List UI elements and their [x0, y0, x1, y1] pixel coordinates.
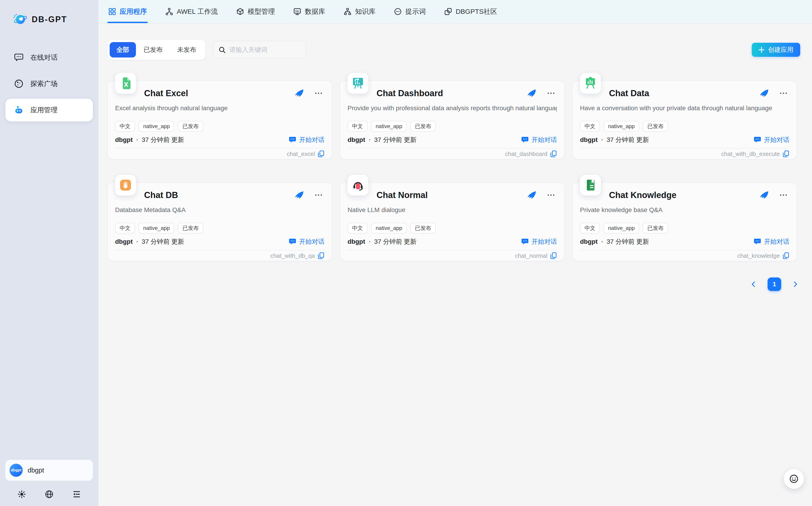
app-icon-tile — [580, 73, 601, 94]
start-chat-link[interactable]: 开始对话 — [754, 136, 789, 144]
create-app-button[interactable]: 创建应用 — [752, 43, 800, 57]
copy-icon[interactable] — [318, 252, 325, 259]
card-meta: dbgpt • 37 分钟前 更新 开始对话 — [348, 135, 557, 144]
tab-label: DBGPTS社区 — [456, 7, 497, 16]
app-card-chat_knowledge[interactable]: Chat Knowledge Private knowledge base Q&… — [572, 182, 797, 261]
theme-sun-icon[interactable] — [17, 490, 26, 499]
tab-database[interactable]: SQL 数据库 — [292, 0, 326, 23]
tab-apps[interactable]: 应用程序 — [108, 0, 148, 23]
card-divider — [115, 250, 325, 250]
tab-prompt[interactable]: 提示词 — [393, 0, 427, 23]
wing-icon[interactable] — [759, 191, 768, 199]
app-icon-tile — [580, 175, 601, 195]
tag-chip: 已发布 — [643, 121, 668, 132]
app-card-chat_with_db_execute[interactable]: Chat Data Have a conversation with your … — [572, 81, 797, 159]
app-card-grid: Chat Excel Excel analysis through natura… — [108, 81, 800, 261]
card-title: Chat DB — [144, 190, 178, 200]
tab-model-management[interactable]: 模型管理 — [235, 0, 276, 23]
tag-chip: 已发布 — [410, 223, 436, 234]
more-icon[interactable] — [547, 92, 555, 95]
dashboard-board-icon — [351, 77, 365, 90]
tag-chip: 中文 — [115, 121, 135, 132]
tag-chip: 中文 — [348, 223, 367, 234]
copy-icon[interactable] — [318, 150, 325, 158]
app-icon-tile — [348, 175, 368, 195]
wing-icon[interactable] — [527, 89, 536, 97]
card-updated: 37 分钟前 更新 — [374, 237, 416, 246]
collapse-sidebar-icon[interactable] — [72, 490, 81, 499]
chat-start-icon — [521, 136, 529, 144]
tag-list: 中文native_app已发布 — [580, 223, 789, 234]
start-chat-link[interactable]: 开始对话 — [289, 237, 325, 246]
start-chat-link[interactable]: 开始对话 — [521, 136, 557, 144]
copy-icon[interactable] — [550, 150, 557, 158]
more-icon[interactable] — [780, 194, 788, 196]
tab-label: 数据库 — [305, 7, 325, 16]
user-chip[interactable]: dbgpt dbgpt — [5, 460, 93, 481]
filter-all[interactable]: 全部 — [110, 42, 136, 58]
tag-list: 中文native_app已发布 — [115, 223, 325, 234]
app-card-chat_excel[interactable]: Chat Excel Excel analysis through natura… — [108, 81, 332, 159]
sidebar-item-online-chat[interactable]: 在线对话 — [5, 46, 93, 69]
card-title: Chat Data — [609, 88, 649, 98]
app-icon-tile — [115, 73, 136, 94]
page-number[interactable]: 1 — [767, 277, 781, 291]
start-chat-link[interactable]: 开始对话 — [521, 237, 557, 246]
tab-awel-workflow[interactable]: AWEL 工作流 — [164, 0, 219, 23]
filter-unpublished[interactable]: 未发布 — [171, 42, 203, 58]
card-description: Excel analysis through natural language — [115, 104, 325, 113]
card-meta: dbgpt • 37 分钟前 更新 开始对话 — [115, 135, 325, 144]
model-icon — [236, 8, 244, 15]
wing-icon[interactable] — [294, 89, 303, 97]
copy-icon[interactable] — [550, 252, 557, 259]
start-chat-label: 开始对话 — [532, 237, 557, 246]
start-chat-link[interactable]: 开始对话 — [289, 136, 325, 144]
card-footer: chat_knowledge — [580, 252, 789, 259]
card-actions — [527, 191, 557, 199]
tag-chip: 已发布 — [178, 121, 203, 132]
tab-knowledge[interactable]: 知识库 — [343, 0, 376, 23]
chat-start-icon — [754, 238, 761, 245]
more-icon[interactable] — [315, 92, 323, 95]
copy-icon[interactable] — [783, 252, 789, 259]
app-card-chat_with_db_qa[interactable]: Chat DB Database Metadata Q&A 中文native_a… — [108, 182, 332, 261]
more-icon[interactable] — [315, 194, 323, 196]
scene-label: chat_with_db_qa — [270, 252, 315, 259]
card-header: Chat DB — [115, 189, 325, 201]
chevron-left-icon[interactable] — [750, 281, 757, 287]
card-header: Chat Knowledge — [580, 189, 789, 201]
start-chat-link[interactable]: 开始对话 — [754, 237, 789, 246]
sidebar-item-explore[interactable]: 探索广场 — [5, 72, 93, 95]
card-meta: dbgpt • 37 分钟前 更新 开始对话 — [580, 237, 789, 246]
filter-segmented-control: 全部已发布未发布 — [108, 40, 205, 60]
more-icon[interactable] — [547, 194, 555, 196]
tag-chip: 中文 — [580, 121, 600, 132]
wing-icon[interactable] — [759, 89, 768, 97]
card-title: Chat Knowledge — [609, 190, 677, 200]
meta-separator: • — [369, 137, 370, 143]
sidebar-item-label: 应用管理 — [30, 105, 58, 115]
card-divider — [580, 250, 789, 250]
filter-published[interactable]: 已发布 — [137, 42, 170, 58]
app-card-chat_dashboard[interactable]: Chat Dashboard Provide you with professi… — [340, 81, 564, 159]
wing-icon[interactable] — [294, 191, 303, 199]
search-input[interactable] — [229, 46, 311, 54]
card-updated: 37 分钟前 更新 — [607, 136, 649, 144]
feedback-fab-button[interactable] — [784, 469, 804, 489]
tag-chip: 已发布 — [643, 223, 668, 234]
tag-chip: native_app — [604, 121, 639, 132]
language-globe-icon[interactable] — [45, 490, 54, 499]
card-actions — [759, 191, 789, 199]
sidebar-item-app-management[interactable]: 应用管理 — [5, 99, 93, 121]
card-owner: dbgpt — [580, 238, 598, 245]
logo-text: DB-GPT — [32, 15, 67, 24]
chevron-right-icon[interactable] — [792, 281, 798, 287]
tab-label: 提示词 — [405, 7, 426, 16]
tab-dbgpts-community[interactable]: DBGPTS社区 — [444, 0, 498, 23]
app-card-chat_normal[interactable]: Chat Normal Native LLM dialogue 中文native… — [340, 182, 564, 261]
chat-start-icon — [289, 136, 296, 144]
copy-icon[interactable] — [783, 150, 789, 158]
wing-icon[interactable] — [527, 191, 536, 199]
card-title: Chat Normal — [377, 190, 428, 200]
more-icon[interactable] — [780, 92, 788, 95]
